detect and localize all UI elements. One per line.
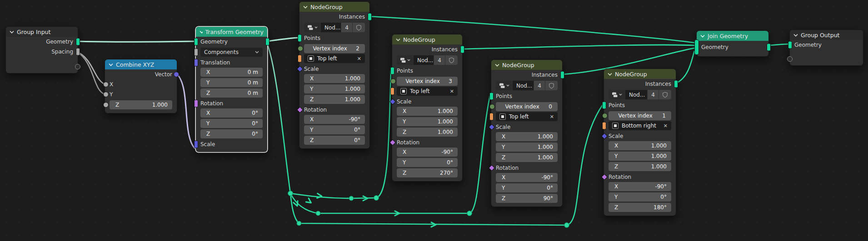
combine-xyz-header[interactable]: Combine XYZ (105, 59, 177, 69)
rotation-x-field[interactable]: X-90° (609, 182, 671, 191)
translation-input-socket[interactable] (194, 59, 198, 67)
group-input-node[interactable]: Group Input Geometry Spacing (5, 26, 78, 74)
vertex-index-field[interactable]: Vertex index 3 (397, 77, 458, 86)
vertex-index-socket[interactable] (298, 46, 303, 51)
user-count-badge[interactable]: 4 (648, 90, 658, 99)
geometry-input-socket[interactable] (194, 38, 198, 46)
rotation-x-field[interactable]: X-90° (304, 115, 365, 124)
virtual-output-socket[interactable] (75, 64, 80, 69)
scale-y-field[interactable]: Y1.000 (609, 152, 671, 161)
target-object-socket[interactable] (390, 88, 394, 95)
clear-object-button[interactable]: ✕ (357, 56, 361, 62)
scale-x-field[interactable]: X1.000 (397, 107, 458, 116)
rotation-y-field[interactable]: Y0° (304, 125, 365, 134)
scale-y-field[interactable]: Y1.000 (304, 84, 365, 93)
fake-user-shield-button[interactable] (353, 23, 365, 32)
target-object-field[interactable]: Top left ✕ (304, 54, 365, 63)
combine-xyz-node[interactable]: Combine XYZ Vector X Y Z 1.000 (105, 59, 177, 113)
nodegroup-header[interactable]: NodeGroup (299, 2, 369, 12)
target-object-field[interactable]: Top left ✕ (496, 112, 558, 121)
geometry-multi-input-socket[interactable] (694, 39, 699, 55)
clear-object-button[interactable]: ✕ (550, 114, 554, 120)
rotation-z-field[interactable]: Z180° (609, 203, 671, 212)
nodegroup-header[interactable]: NodeGroup (604, 69, 676, 79)
vertex-index-field[interactable]: Vertex index 0 (496, 102, 558, 111)
node-editor-canvas[interactable]: Group Input Geometry Spacing Combine XYZ… (0, 0, 868, 241)
y-input-socket[interactable] (103, 92, 109, 97)
transform-geometry-node[interactable]: Transform Geometry Geometry Components T… (195, 26, 268, 152)
geometry-output-socket[interactable] (76, 38, 80, 46)
user-count-badge[interactable]: 4 (341, 23, 352, 32)
rotation-z-field[interactable]: Z 0° (200, 129, 263, 138)
vertex-index-field[interactable]: Vertex index 1 (609, 111, 671, 120)
nodegroup-3-node[interactable]: NodeGroup Instances Nod... 4 Points Vert… (491, 59, 563, 207)
instances-output-socket[interactable] (460, 46, 464, 54)
nodegroup-2-node[interactable]: NodeGroup Instances Nod... 4 Points Vert… (392, 34, 463, 182)
group-output-header[interactable]: Group Output (790, 30, 863, 40)
transform-geometry-header[interactable]: Transform Geometry (196, 27, 267, 37)
group-output-node[interactable]: Group Output Geometry (789, 30, 863, 66)
nodegroup-1-node[interactable]: NodeGroup Instances Nod... 4 Points Vert… (299, 1, 370, 149)
rotation-x-field[interactable]: X 0° (200, 108, 263, 118)
clear-object-button[interactable]: ✕ (450, 89, 454, 94)
fake-user-shield-button[interactable] (659, 90, 671, 99)
nodetree-name-field[interactable]: Nod... (414, 55, 434, 65)
rotation-input-socket[interactable] (389, 139, 395, 146)
spacing-output-socket[interactable] (76, 48, 80, 56)
nodegroup-4-node[interactable]: NodeGroup Instances Nod... 4 Points Vert… (604, 69, 676, 216)
rotation-z-field[interactable]: Z0° (304, 136, 365, 145)
vertex-index-socket[interactable] (390, 79, 396, 84)
target-object-socket[interactable] (489, 113, 494, 121)
rotation-y-field[interactable]: Y0° (609, 192, 671, 202)
translation-z-field[interactable]: Z 0 m (200, 89, 263, 98)
points-input-socket[interactable] (489, 93, 494, 100)
vertex-index-socket[interactable] (489, 104, 495, 109)
group-input-header[interactable]: Group Input (6, 27, 78, 37)
scale-input-socket[interactable] (296, 66, 303, 72)
rotation-y-field[interactable]: Y0° (397, 158, 458, 167)
browse-nodetree-button[interactable] (397, 55, 413, 65)
geometry-input-socket[interactable] (788, 41, 792, 49)
target-object-socket[interactable] (298, 55, 302, 63)
rotation-x-field[interactable]: X-90° (496, 173, 558, 182)
scale-input-socket[interactable] (488, 124, 494, 130)
fake-user-shield-button[interactable] (445, 55, 458, 65)
rotation-y-field[interactable]: Y0° (496, 183, 558, 192)
nodetree-name-field[interactable]: Nod... (321, 23, 341, 32)
nodegroup-header[interactable]: NodeGroup (392, 34, 462, 44)
scale-z-field[interactable]: Z1.000 (304, 95, 365, 104)
vector-output-socket[interactable] (174, 72, 179, 77)
points-input-socket[interactable] (602, 102, 606, 109)
rotation-input-socket[interactable] (194, 100, 198, 108)
scale-y-field[interactable]: Y1.000 (397, 117, 458, 126)
scale-z-field[interactable]: Z1.000 (496, 153, 558, 162)
instances-output-socket[interactable] (560, 71, 564, 79)
user-count-badge[interactable]: 4 (534, 81, 545, 90)
nodegroup-header[interactable]: NodeGroup (491, 60, 562, 70)
scale-x-field[interactable]: X1.000 (609, 141, 671, 150)
instances-output-socket[interactable] (674, 80, 678, 88)
nodetree-name-field[interactable]: Nod... (625, 90, 647, 99)
target-object-field[interactable]: Top left ✕ (397, 87, 458, 96)
translation-y-field[interactable]: Y 0 m (200, 78, 263, 87)
geometry-output-socket[interactable] (265, 38, 269, 46)
clear-object-button[interactable]: ✕ (663, 123, 668, 129)
virtual-input-socket[interactable] (787, 56, 793, 62)
rotation-input-socket[interactable] (601, 174, 607, 180)
z-value-field[interactable]: Z 1.000 (110, 100, 172, 109)
vertex-index-field[interactable]: Vertex index 2 (304, 44, 365, 53)
mode-input-socket[interactable] (194, 49, 198, 56)
join-geometry-node[interactable]: Join Geometry Geometry (696, 30, 769, 57)
points-input-socket[interactable] (390, 67, 394, 75)
browse-nodetree-button[interactable] (496, 81, 512, 90)
points-input-socket[interactable] (298, 34, 302, 42)
target-object-socket[interactable] (602, 122, 606, 130)
scale-y-field[interactable]: Y1.000 (496, 143, 558, 152)
scale-input-socket[interactable] (389, 98, 395, 105)
x-input-socket[interactable] (103, 82, 109, 87)
nodetree-name-field[interactable]: Nod... (513, 81, 534, 90)
scale-input-socket[interactable] (601, 133, 607, 139)
join-geometry-header[interactable]: Join Geometry (697, 31, 768, 41)
scale-input-socket[interactable] (194, 141, 198, 148)
fake-user-shield-button[interactable] (545, 81, 558, 90)
